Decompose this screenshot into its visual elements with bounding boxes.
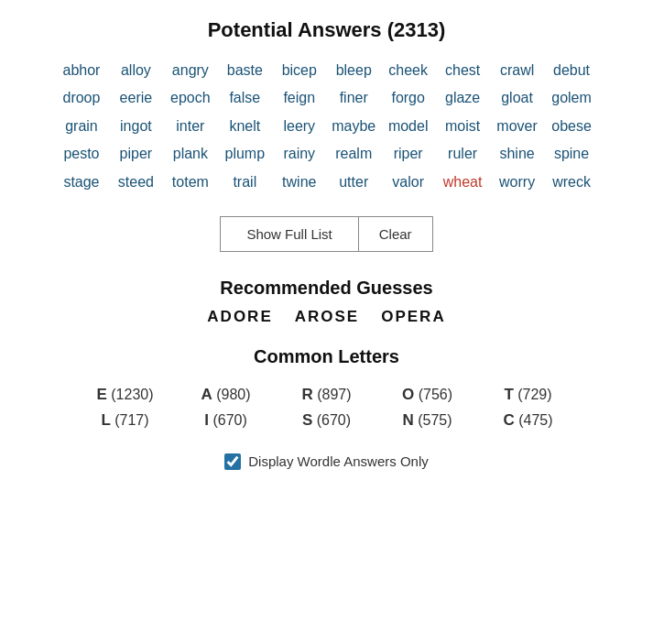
button-row: Show Full List Clear [27, 216, 626, 252]
word-item: crawl [492, 57, 542, 84]
word-item: bicep [274, 57, 324, 84]
letter-item: O (756) [377, 382, 478, 408]
letter-key: E [96, 386, 106, 403]
word-item: bleep [329, 57, 379, 84]
word-item: inter [165, 113, 215, 140]
word-item: epoch [165, 84, 215, 112]
word-item: droop [56, 84, 106, 112]
word-item: knelt [220, 113, 270, 140]
word-item: wreck [547, 169, 597, 196]
letter-count: (670) [317, 412, 351, 428]
word-item: valor [383, 169, 433, 196]
word-item: worry [492, 169, 542, 196]
letter-item: I (670) [176, 408, 277, 433]
word-item: steed [111, 169, 161, 196]
word-item: mover [492, 113, 542, 140]
word-item: realm [329, 140, 379, 168]
letter-count: (575) [418, 412, 452, 428]
letter-count: (1230) [111, 387, 153, 402]
word-item: rainy [274, 140, 324, 168]
word-item: grain [56, 113, 106, 140]
recommended-guesses-title: Recommended Guesses [27, 278, 626, 299]
letter-item: N (575) [377, 408, 478, 433]
word-item: eerie [111, 84, 161, 112]
letter-key: S [302, 411, 312, 429]
letter-key: R [301, 386, 312, 403]
recommended-word: ADORE [207, 308, 272, 326]
word-item: piper [111, 140, 161, 168]
letter-count: (756) [419, 387, 452, 402]
word-item: plank [165, 140, 215, 168]
letter-item: L (717) [75, 408, 176, 433]
word-item: chest [438, 57, 488, 84]
word-item: false [220, 84, 270, 112]
word-item: leery [274, 113, 324, 140]
word-item: baste [220, 57, 270, 84]
word-item: plump [220, 140, 270, 168]
letter-item: T (729) [478, 382, 579, 408]
word-item: finer [329, 84, 379, 112]
recommended-words: ADOREAROSEOPERA [27, 308, 626, 326]
common-letters-grid: E (1230)A (980)R (897)O (756)T (729)L (7… [27, 382, 626, 433]
wordle-answers-label: Display Wordle Answers Only [248, 453, 428, 469]
letter-count: (717) [114, 412, 148, 428]
letter-item: R (897) [277, 382, 377, 408]
word-item: abhor [56, 57, 106, 84]
letter-key: T [504, 386, 513, 403]
word-item: utter [329, 169, 379, 196]
word-item: riper [383, 140, 433, 168]
word-item: stage [56, 169, 106, 196]
letter-count: (980) [216, 387, 250, 402]
word-item: maybe [329, 113, 379, 140]
word-item: angry [165, 57, 215, 84]
wordle-answers-checkbox[interactable] [224, 453, 241, 470]
word-item: spine [547, 140, 597, 168]
word-item: wheat [438, 169, 488, 196]
word-item: shine [492, 140, 542, 168]
letter-key: L [101, 411, 110, 429]
common-letters-title: Common Letters [27, 346, 626, 367]
word-item: feign [274, 84, 324, 112]
recommended-word: AROSE [295, 308, 359, 326]
letter-count: (670) [212, 412, 246, 428]
word-item: moist [438, 113, 488, 140]
word-item: gloat [492, 84, 542, 112]
letter-count: (475) [518, 412, 552, 428]
word-item: golem [547, 84, 597, 112]
word-item: twine [274, 169, 324, 196]
letter-item: S (670) [277, 408, 377, 433]
clear-button[interactable]: Clear [358, 216, 433, 252]
letter-key: A [201, 386, 212, 403]
potential-answers-title: Potential Answers (2313) [27, 18, 626, 42]
word-item: glaze [438, 84, 488, 112]
word-item: forgo [383, 84, 433, 112]
letter-count: (897) [317, 387, 351, 402]
word-item: alloy [111, 57, 161, 84]
letter-count: (729) [517, 387, 551, 402]
letter-key: I [204, 411, 209, 429]
word-item: trail [220, 169, 270, 196]
word-item: ingot [111, 113, 161, 140]
word-item: pesto [56, 140, 106, 168]
word-item: ruler [438, 140, 488, 168]
letter-key: O [402, 386, 414, 403]
word-list: abhor alloy angry baste bicep bleep chee… [27, 57, 626, 196]
letter-item: E (1230) [75, 382, 176, 408]
word-item: debut [547, 57, 597, 84]
letter-key: N [402, 411, 413, 429]
letter-item: C (475) [478, 408, 579, 433]
word-item: totem [165, 169, 215, 196]
word-item: model [383, 113, 433, 140]
word-item: obese [547, 113, 597, 140]
letter-item: A (980) [176, 382, 277, 408]
checkbox-row: Display Wordle Answers Only [27, 453, 626, 470]
show-full-list-button[interactable]: Show Full List [220, 216, 357, 252]
letter-key: C [503, 411, 514, 429]
word-item: cheek [383, 57, 433, 84]
recommended-word: OPERA [381, 308, 445, 326]
